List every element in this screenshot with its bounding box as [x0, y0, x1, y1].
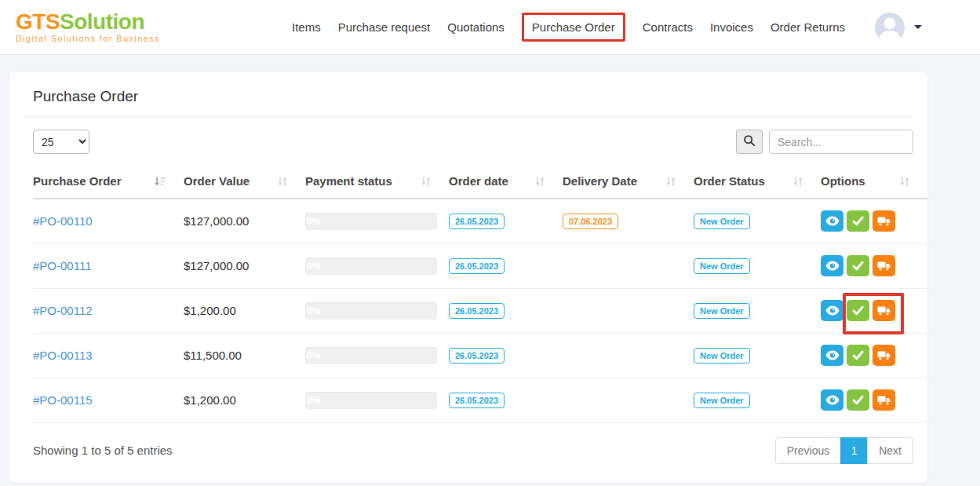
ship-button[interactable]	[873, 255, 895, 276]
table-body: #PO-00110 $127,000.00 0% 26.05.2023 07.0…	[33, 199, 927, 422]
table-header-row: Purchase Order Order Value	[33, 165, 927, 199]
approve-button[interactable]	[847, 389, 869, 411]
row-actions	[821, 210, 927, 232]
view-button[interactable]	[821, 345, 843, 366]
view-button[interactable]	[821, 300, 843, 321]
order-date-badge: 26.05.2023	[449, 393, 505, 408]
check-icon	[852, 216, 864, 226]
nav-item-invoices[interactable]: Invoices	[710, 15, 753, 39]
payment-percent-label: 0%	[305, 305, 320, 316]
check-icon	[852, 261, 864, 271]
ship-button[interactable]	[873, 345, 895, 366]
order-date-badge: 26.05.2023	[449, 214, 505, 229]
sort-icon[interactable]	[277, 176, 288, 187]
eye-icon	[825, 350, 840, 360]
eye-icon	[825, 261, 840, 271]
row-actions	[821, 345, 927, 366]
nav-item-items[interactable]: Items	[292, 15, 321, 39]
approve-button[interactable]	[847, 255, 869, 276]
payment-percent-label: 0%	[305, 261, 320, 272]
approve-button[interactable]	[847, 345, 869, 366]
nav-item-purchase-request[interactable]: Purchase request	[338, 15, 431, 39]
top-navbar: GTSSolution Digital Solutions for Busine…	[0, 0, 980, 55]
truck-icon	[877, 305, 891, 316]
column-header-payment-status[interactable]: Payment status	[305, 165, 449, 199]
po-link[interactable]: #PO-00111	[33, 259, 92, 272]
approve-button[interactable]	[847, 300, 869, 321]
view-button[interactable]	[821, 255, 843, 276]
order-value: $11,500.00	[184, 349, 242, 362]
nav-item-quotations[interactable]: Quotations	[447, 15, 505, 39]
page-size-select[interactable]: 25	[33, 130, 89, 154]
action-group	[847, 255, 898, 276]
search-group	[736, 130, 913, 154]
action-group	[847, 300, 898, 321]
nav-item-order-returns[interactable]: Order Returns	[771, 15, 845, 39]
logo-text-solution: Solution	[60, 9, 144, 34]
view-button[interactable]	[821, 210, 843, 232]
order-date-badge: 26.05.2023	[449, 258, 505, 274]
sort-icon[interactable]	[665, 176, 676, 187]
order-status-badge: New Order	[694, 303, 750, 319]
user-menu[interactable]	[875, 13, 922, 42]
eye-icon	[825, 216, 840, 226]
table-controls: 25	[24, 117, 913, 162]
order-status-badge: New Order	[694, 393, 750, 408]
sort-icon[interactable]	[534, 176, 545, 187]
sort-icon[interactable]	[421, 176, 432, 187]
order-status-badge: New Order	[694, 214, 750, 229]
entries-info: Showing 1 to 5 of 5 entries	[33, 444, 173, 457]
table-row: #PO-00110 $127,000.00 0% 26.05.2023 07.0…	[33, 199, 927, 243]
chevron-down-icon	[914, 25, 922, 29]
order-value: $127,000.00	[184, 214, 249, 228]
pagination-previous[interactable]: Previous	[775, 437, 841, 464]
pagination-next[interactable]: Next	[867, 437, 913, 464]
table-row: #PO-00112 $1,200.00 0% 26.05.2023 New Or…	[33, 288, 927, 333]
payment-progressbar: 0%	[305, 213, 437, 230]
action-group	[847, 210, 898, 232]
payment-progressbar: 0%	[305, 347, 437, 364]
action-group	[847, 389, 898, 411]
ship-button[interactable]	[873, 300, 895, 321]
pagination: Previous 1 Next	[775, 437, 913, 464]
column-header-delivery-date[interactable]: Delivery Date	[563, 165, 694, 199]
row-actions	[821, 255, 927, 276]
column-header-options[interactable]: Options	[821, 165, 927, 199]
table-row: #PO-00113 $11,500.00 0% 26.05.2023 New O…	[33, 333, 927, 378]
view-button[interactable]	[821, 389, 843, 411]
column-header-order-status[interactable]: Order Status	[694, 165, 821, 199]
nav-item-purchase-order[interactable]: Purchase Order	[522, 13, 625, 42]
table-footer: Showing 1 to 5 of 5 entries Previous 1 N…	[24, 423, 913, 469]
action-group	[847, 345, 898, 366]
table-row: #PO-00111 $127,000.00 0% 26.05.2023 New …	[33, 243, 927, 288]
sort-icon[interactable]	[792, 176, 803, 187]
po-link[interactable]: #PO-00112	[33, 304, 93, 317]
search-input[interactable]	[769, 130, 913, 154]
app-logo[interactable]: GTSSolution Digital Solutions for Busine…	[16, 11, 160, 43]
order-date-badge: 26.05.2023	[449, 348, 505, 364]
po-link[interactable]: #PO-00110	[33, 214, 93, 228]
eye-icon	[825, 305, 840, 316]
column-header-purchase-order[interactable]: Purchase Order	[33, 165, 184, 199]
logo-text-gts: GTS	[16, 9, 60, 34]
row-actions	[821, 300, 927, 321]
pagination-page-1[interactable]: 1	[840, 437, 868, 464]
approve-button[interactable]	[847, 210, 869, 232]
sort-desc-icon[interactable]	[154, 176, 166, 187]
ship-button[interactable]	[873, 389, 895, 411]
truck-icon	[877, 350, 891, 361]
check-icon	[852, 350, 864, 360]
order-value: $1,200.00	[184, 393, 236, 407]
nav-item-contracts[interactable]: Contracts	[643, 15, 693, 39]
sort-icon[interactable]	[899, 176, 910, 187]
payment-percent-label: 0%	[305, 216, 320, 227]
ship-button[interactable]	[873, 210, 895, 232]
column-header-order-value[interactable]: Order Value	[184, 165, 305, 199]
column-header-order-date[interactable]: Order date	[449, 165, 563, 199]
po-link[interactable]: #PO-00113	[33, 349, 93, 362]
check-icon	[852, 305, 864, 316]
search-button[interactable]	[736, 130, 763, 154]
po-link[interactable]: #PO-00115	[33, 393, 93, 407]
truck-icon	[877, 261, 891, 272]
purchase-order-table: Purchase Order Order Value	[33, 165, 927, 423]
